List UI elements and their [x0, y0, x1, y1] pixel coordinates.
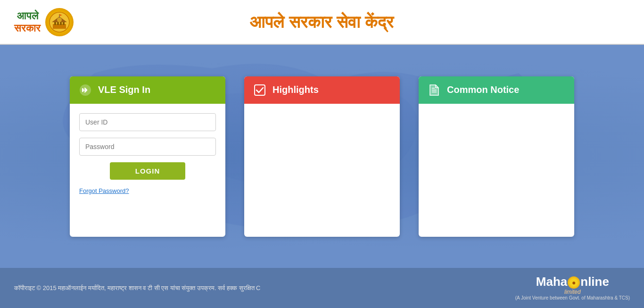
government-building-icon — [45, 8, 74, 36]
page-title: आपले सरकार सेवा केंद्र — [250, 12, 394, 32]
highlights-card: Highlights — [244, 76, 400, 237]
highlights-icon — [253, 83, 267, 97]
forgot-password-link[interactable]: Forgot Password? — [79, 187, 216, 194]
vle-card-title: VLE Sign In — [98, 84, 150, 95]
notice-card-title: Common Notice — [447, 84, 519, 95]
footer: कॉपीराइट © 2015 महाऑनलाईन मर्यादित, महार… — [0, 268, 644, 308]
highlights-card-body — [244, 104, 400, 231]
password-input[interactable] — [79, 138, 216, 156]
common-notice-card: Common Notice — [419, 76, 574, 237]
notice-card-header: Common Notice — [419, 76, 574, 104]
maha-online-text: Maha●nline — [536, 275, 609, 289]
online-text: nline — [580, 275, 609, 289]
footer-copyright: कॉपीराइट © 2015 महाऑनलाईन मर्यादित, महार… — [14, 284, 261, 292]
header: आपले सरकार आपले सरकार सेव — [0, 0, 644, 45]
login-button[interactable]: LOGIN — [110, 162, 185, 180]
aapale-sarkar-text-logo: आपले सरकार — [14, 10, 41, 34]
svg-rect-11 — [82, 88, 83, 92]
vle-signin-card: VLE Sign In LOGIN Forgot Password? — [70, 76, 225, 237]
logo-top-text: आपले — [17, 10, 38, 22]
header-logo-area: आपले सरकार — [14, 8, 74, 36]
svg-point-7 — [57, 17, 62, 22]
logo-bot-text: सरकार — [14, 22, 41, 34]
maha-online-logo: Maha●nline limited (A Joint Venture betw… — [515, 275, 630, 300]
notice-card-body — [419, 104, 574, 231]
main-content: VLE Sign In LOGIN Forgot Password? Highl… — [0, 45, 644, 268]
signin-icon — [78, 83, 92, 97]
maha-o-icon: ● — [568, 276, 580, 289]
maha-sub-text: (A Joint Venture between Govt. of Mahara… — [515, 295, 630, 300]
maha-limited-text: limited — [564, 289, 581, 295]
highlights-card-title: Highlights — [272, 84, 319, 95]
highlights-card-header: Highlights — [244, 76, 400, 104]
vle-card-body: LOGIN Forgot Password? — [70, 104, 225, 204]
vle-card-header: VLE Sign In — [70, 76, 225, 104]
notice-doc-icon — [427, 83, 441, 97]
userid-input[interactable] — [79, 113, 216, 131]
maha-text: Maha — [536, 275, 567, 289]
